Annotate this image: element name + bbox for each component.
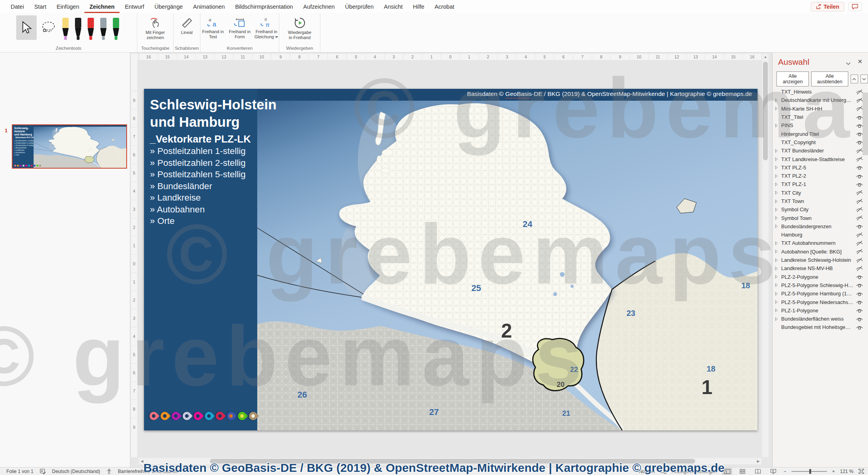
share-button[interactable]: Teilen xyxy=(811,2,844,11)
layer-name[interactable]: TXT Town xyxy=(781,198,855,204)
scroll-right-arrow[interactable]: ▶ xyxy=(755,458,761,464)
pen-black[interactable] xyxy=(73,17,83,44)
vscroll-thumb[interactable] xyxy=(763,62,768,160)
layer-name[interactable]: Bundesländergrenzen xyxy=(781,223,855,229)
expand-arrow-icon[interactable] xyxy=(775,308,781,312)
expand-arrow-icon[interactable] xyxy=(775,208,781,212)
reading-view-button[interactable] xyxy=(753,468,763,475)
visibility-eye-icon[interactable] xyxy=(855,123,863,128)
visibility-eye-off-icon[interactable] xyxy=(855,89,863,95)
visibility-eye-icon[interactable] xyxy=(855,182,863,187)
selection-list-item[interactable]: TXT PLZ-2 xyxy=(773,172,868,180)
selection-list-item[interactable]: Mini-Karte SH-HH xyxy=(773,105,868,113)
visibility-eye-off-icon[interactable] xyxy=(855,199,863,204)
selection-list-item[interactable]: Bundesgebiet mit Hoheitsge… xyxy=(773,323,868,331)
visibility-eye-icon[interactable] xyxy=(855,139,863,145)
visibility-eye-off-icon[interactable] xyxy=(855,207,863,212)
visibility-eye-icon[interactable] xyxy=(855,223,863,229)
horizontal-ruler[interactable]: 1615141312111098765432101234567891011121… xyxy=(139,54,761,60)
selection-list-item[interactable]: TXT Town xyxy=(773,197,868,205)
visibility-eye-icon[interactable] xyxy=(855,173,863,179)
layer-name[interactable]: TXT_Copyright xyxy=(781,139,855,145)
menu-tab-aufzeichnen[interactable]: Aufzeichnen xyxy=(298,0,340,13)
pen-red[interactable] xyxy=(86,17,96,44)
layer-name[interactable]: Symbol Town xyxy=(781,215,855,221)
menu-tab-überprüfen[interactable]: Überprüfen xyxy=(340,0,379,13)
visibility-eye-icon[interactable] xyxy=(855,165,863,170)
zoom-slider[interactable] xyxy=(791,471,827,472)
layer-name[interactable]: TXT PLZ-1 xyxy=(781,181,855,187)
layer-name[interactable]: PINS xyxy=(781,122,855,128)
expand-arrow-icon[interactable] xyxy=(775,149,781,153)
layer-name[interactable]: TXT PLZ-2 xyxy=(781,173,855,179)
layer-name[interactable]: Deutschlandkarte mit Unterg… xyxy=(781,97,855,103)
visibility-eye-icon[interactable] xyxy=(855,299,863,305)
lasso-tool-button[interactable] xyxy=(38,15,59,40)
expand-arrow-icon[interactable] xyxy=(775,124,781,128)
layer-name[interactable]: TXT_Titel xyxy=(781,114,855,120)
selection-list-item[interactable]: TXT_Copyright xyxy=(773,138,868,146)
expand-arrow-icon[interactable] xyxy=(775,157,781,161)
slide-thumbnail[interactable]: Schleswig-Holsteinund Hamburg _Vektorkar… xyxy=(12,124,127,169)
selection-list-item[interactable]: TXT Landkreise-Stadtkreise xyxy=(773,155,868,163)
hscroll-thumb[interactable] xyxy=(210,459,695,464)
menu-tab-entwurf[interactable]: Entwurf xyxy=(120,0,149,13)
visibility-eye-icon[interactable] xyxy=(855,274,863,280)
visibility-eye-off-icon[interactable] xyxy=(855,156,863,162)
accessibility-icon[interactable] xyxy=(107,469,112,474)
move-up-button[interactable] xyxy=(851,75,858,83)
layer-name[interactable]: Bundesländerflächen weiss xyxy=(781,316,855,322)
layer-name[interactable]: Autobahnen [Quelle: BKG] xyxy=(781,249,855,255)
expand-arrow-icon[interactable] xyxy=(775,165,781,169)
selection-list-item[interactable]: PINS xyxy=(773,121,868,130)
visibility-eye-off-icon[interactable] xyxy=(855,215,863,221)
selection-list-item[interactable]: Hamburg xyxy=(773,231,868,239)
menu-tab-animationen[interactable]: Animationen xyxy=(188,0,230,13)
layer-name[interactable]: PLZ-5-Polygone Niedersachs… xyxy=(781,299,855,305)
selection-list-item[interactable]: Landkreise NS-MV-HB xyxy=(773,264,868,272)
highlighter-yellow[interactable] xyxy=(60,17,71,44)
slide-sorter-view-button[interactable] xyxy=(737,468,748,475)
menu-tab-datei[interactable]: Datei xyxy=(6,0,29,13)
layer-name[interactable]: Hintergrund Titel xyxy=(781,131,855,137)
pencil-gray[interactable] xyxy=(98,17,108,44)
layer-name[interactable]: TXT PLZ-5 xyxy=(781,165,855,171)
draw-with-finger-button[interactable]: Mit Finger zeichnen xyxy=(143,15,168,40)
ink-to-shape-button[interactable]: Freihand in Form xyxy=(227,15,253,39)
expand-arrow-icon[interactable] xyxy=(775,317,781,321)
selection-list-item[interactable]: TXT Autobahnnummern xyxy=(773,239,868,247)
selection-list-item[interactable]: TXT_Titel xyxy=(773,113,868,121)
selection-list-item[interactable]: Hintergrund Titel xyxy=(773,130,868,138)
zoom-level[interactable]: 121 % xyxy=(840,469,853,474)
layer-name[interactable]: TXT City xyxy=(781,190,855,196)
ink-replay-button[interactable]: Wiedergabe in Freihand xyxy=(287,15,312,40)
ruler-button[interactable]: Lineal xyxy=(175,15,199,35)
layer-name[interactable]: PLZ-1-Polygone xyxy=(781,308,855,314)
menu-tab-start[interactable]: Start xyxy=(29,0,52,13)
selection-list-item[interactable]: TXT Bundesländer xyxy=(773,146,868,155)
layer-name[interactable]: PLZ-5-Polygone Schleswig-H… xyxy=(781,282,855,288)
display-settings-label[interactable]: Anzeigeeinstellungen xyxy=(672,469,717,474)
layer-name[interactable]: Hamburg xyxy=(781,232,855,238)
visibility-eye-off-icon[interactable] xyxy=(855,240,863,246)
scroll-left-arrow[interactable]: ◀ xyxy=(139,458,145,464)
expand-arrow-icon[interactable] xyxy=(775,107,781,111)
selection-list-item[interactable]: Deutschlandkarte mit Unterg… xyxy=(773,96,868,104)
visibility-eye-off-icon[interactable] xyxy=(855,190,863,195)
pane-options-caret[interactable] xyxy=(846,60,851,67)
selection-list-item[interactable]: TXT PLZ-5 xyxy=(773,163,868,172)
select-tool-button[interactable] xyxy=(16,15,37,40)
menu-tab-ansicht[interactable]: Ansicht xyxy=(379,0,408,13)
comments-button[interactable] xyxy=(848,2,862,11)
expand-arrow-icon[interactable] xyxy=(775,191,781,195)
scroll-up-arrow[interactable]: ▲ xyxy=(762,54,769,60)
expand-arrow-icon[interactable] xyxy=(775,300,781,304)
expand-arrow-icon[interactable] xyxy=(775,199,781,203)
menu-tab-acrobat[interactable]: Acrobat xyxy=(430,0,460,13)
visibility-eye-off-icon[interactable] xyxy=(855,98,863,103)
visibility-eye-off-icon[interactable] xyxy=(855,148,863,154)
ink-to-text-button[interactable]: aa Freihand in Text xyxy=(200,15,226,39)
selection-list-item[interactable]: Bundesländerflächen weiss xyxy=(773,315,868,323)
layer-name[interactable]: Bundesgebiet mit Hoheitsge… xyxy=(781,324,855,330)
vertical-scrollbar[interactable]: ▲ xyxy=(762,54,769,457)
